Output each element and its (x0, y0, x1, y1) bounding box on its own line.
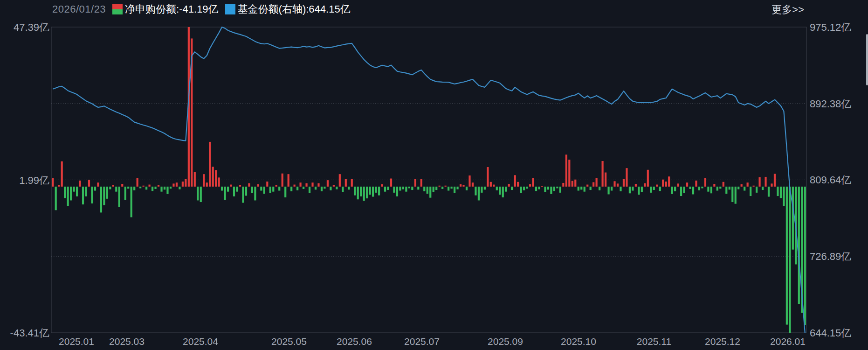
net-subscription-bar-negative (402, 187, 404, 189)
net-subscription-bar-negative (251, 187, 253, 193)
net-subscription-bar-positive (517, 182, 519, 187)
fund-flow-chart-panel: 2026/01/23 净申购份额:-41.19亿 基金份额(右轴):644.15… (0, 0, 868, 350)
x-axis-tick-label: 2025.12 (705, 336, 740, 347)
net-subscription-bar-negative (76, 187, 78, 196)
net-subscription-bar-positive (596, 178, 598, 187)
net-subscription-bar-negative (620, 187, 621, 191)
net-subscription-bar-negative (384, 187, 386, 192)
net-subscription-bar-positive (158, 185, 159, 187)
x-axis-tick-label: 2025.07 (404, 336, 440, 347)
scrollbar-thumb[interactable] (866, 34, 868, 85)
net-subscription-bar-negative (756, 187, 758, 193)
net-subscription-bar-negative (321, 187, 323, 191)
net-subscription-bar-negative (411, 187, 413, 190)
net-subscription-bar-positive (758, 177, 760, 187)
net-subscription-bar-negative (360, 187, 362, 196)
net-subscription-bar-negative (106, 187, 108, 199)
left-axis-tick-label: 1.99亿 (19, 175, 49, 186)
bar-positive-swatch (112, 4, 123, 9)
net-subscription-bar-negative (417, 187, 419, 189)
net-subscription-bar-positive (351, 179, 353, 187)
net-subscription-bar-negative (783, 187, 785, 206)
net-subscription-bar-positive (52, 178, 54, 187)
net-subscription-bar-positive (176, 182, 178, 187)
net-subscription-bar-negative (109, 187, 111, 189)
net-subscription-bar-negative (170, 187, 172, 189)
right-axis-tick-label: 809.64亿 (810, 174, 851, 186)
net-subscription-bar-positive (266, 182, 268, 187)
net-subscription-bar-negative (342, 187, 344, 192)
net-subscription-bar-negative (372, 187, 374, 197)
net-subscription-bar-negative (145, 187, 147, 189)
net-subscription-bar-negative (423, 187, 425, 191)
net-subscription-bar-negative (680, 187, 682, 196)
net-subscription-bar-negative (629, 187, 631, 193)
net-subscription-bar-negative (357, 187, 359, 199)
net-subscription-bar-negative (804, 187, 806, 325)
net-subscription-bar-positive (626, 168, 627, 187)
net-subscription-bar-negative (115, 187, 117, 192)
net-subscription-bar-negative (336, 187, 338, 189)
net-subscription-bar-negative (737, 187, 739, 189)
net-subscription-bar-positive (462, 185, 464, 187)
net-subscription-bar-negative (719, 187, 721, 189)
net-subscription-bar-positive (182, 182, 184, 187)
net-subscription-bar-negative (735, 187, 737, 204)
net-subscription-bar-positive (212, 167, 214, 187)
net-subscription-bar-positive (572, 181, 573, 187)
legend-net-subscription[interactable]: 净申购份额:-41.19亿 (112, 2, 219, 16)
net-subscription-bar-positive (194, 172, 196, 187)
net-subscription-bar-positive (257, 184, 259, 187)
net-subscription-bar-negative (429, 187, 431, 198)
x-axis-tick-label: 2025.04 (183, 336, 218, 347)
net-subscription-bar-positive (185, 179, 186, 187)
net-subscription-bar-negative (499, 187, 501, 195)
net-subscription-bar-negative (502, 187, 504, 197)
net-subscription-bar-negative (133, 187, 135, 190)
right-axis-tick-label: 975.12亿 (810, 21, 851, 33)
net-subscription-bar-positive (209, 142, 211, 187)
net-subscription-bar-negative (354, 187, 356, 196)
more-link[interactable]: 更多>> (772, 3, 804, 17)
net-subscription-bar-negative (731, 187, 733, 202)
net-subscription-bar-negative (103, 187, 105, 205)
net-subscription-bar-positive (668, 176, 670, 187)
net-subscription-bar-negative (632, 187, 634, 191)
x-axis-tick-label: 2025.01 (59, 336, 94, 347)
net-subscription-bar-negative (523, 187, 525, 190)
net-subscription-bar-negative (70, 187, 72, 201)
net-subscription-bar-negative (454, 187, 455, 193)
legend-net-subscription-label: 净申购份额:-41.19亿 (125, 2, 219, 16)
net-subscription-bar-negative (750, 187, 751, 196)
net-subscription-bar-positive (339, 174, 341, 187)
net-subscription-bar-negative (131, 187, 132, 217)
net-subscription-bar-positive (677, 183, 679, 186)
net-subscription-bar-negative (330, 187, 331, 190)
net-subscription-bar-negative (179, 187, 180, 189)
net-subscription-bar-negative (725, 187, 727, 194)
net-subscription-bar-positive (230, 185, 232, 187)
net-subscription-bar-negative (154, 187, 156, 189)
net-subscription-bar-negative (375, 187, 377, 193)
net-subscription-bar-negative (798, 187, 800, 304)
net-subscription-bar-negative (73, 187, 75, 192)
net-subscription-bar-positive (420, 179, 422, 187)
net-subscription-bar-positive (276, 185, 277, 187)
net-subscription-bar-negative (716, 187, 718, 191)
chart-canvas[interactable]: 975.12亿892.38亿809.64亿726.89亿644.15亿47.39… (0, 0, 868, 350)
net-subscription-bar-positive (317, 183, 319, 187)
net-subscription-bar-negative (701, 187, 703, 189)
net-subscription-bar-positive (602, 161, 604, 187)
net-subscription-bar-negative (369, 187, 371, 195)
bar-series-marker-icon (112, 4, 123, 14)
legend-fund-shares[interactable]: 基金份额(右轴):644.15亿 (225, 2, 351, 16)
net-subscription-bar-positive (345, 179, 347, 187)
net-subscription-bar-negative (127, 187, 129, 189)
right-axis-tick-label: 892.38亿 (810, 98, 851, 110)
net-subscription-bar-positive (741, 184, 743, 187)
net-subscription-bar-positive (753, 186, 755, 187)
net-subscription-bar-negative (164, 187, 165, 189)
net-subscription-bar-positive (215, 170, 217, 187)
net-subscription-bar-positive (723, 182, 724, 187)
net-subscription-bar-positive (203, 174, 205, 187)
